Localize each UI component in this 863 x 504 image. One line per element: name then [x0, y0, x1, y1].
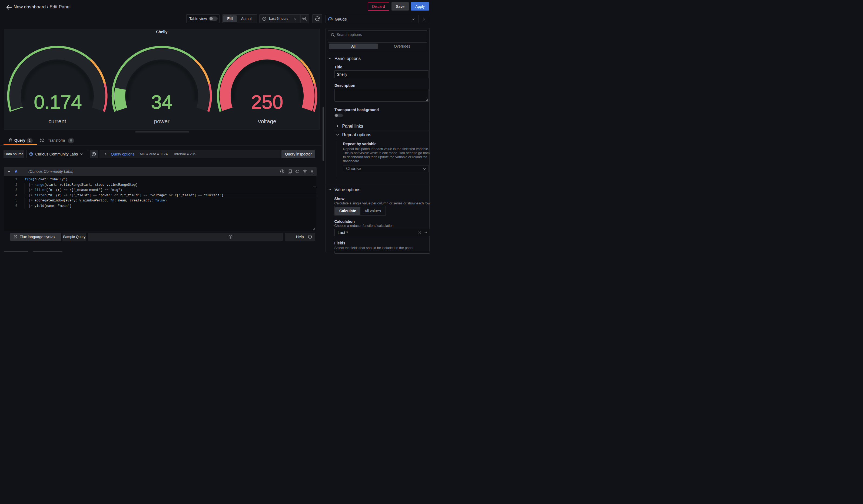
- svg-text:250: 250: [251, 91, 283, 113]
- svg-text:79: 79: [329, 18, 332, 20]
- svg-text:voltage: voltage: [258, 118, 276, 124]
- svg-text:34: 34: [151, 91, 173, 113]
- svg-text:0.174: 0.174: [34, 91, 82, 113]
- svg-text:current: current: [48, 118, 66, 124]
- svg-text:power: power: [154, 118, 170, 124]
